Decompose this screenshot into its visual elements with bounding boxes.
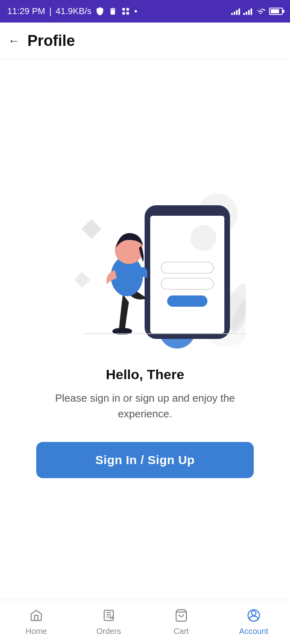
login-illustration [44, 182, 246, 351]
app-icon [121, 7, 130, 16]
status-bar-right [231, 7, 283, 16]
orders-icon [102, 609, 116, 624]
svg-rect-17 [167, 295, 207, 307]
svg-rect-13 [169, 206, 205, 215]
signal-icon-2 [243, 8, 252, 15]
account-icon [247, 609, 261, 624]
header: ← Profile [0, 23, 290, 60]
svg-point-14 [191, 225, 216, 251]
svg-rect-2 [122, 12, 125, 14]
cart-icon [174, 609, 188, 624]
svg-rect-9 [74, 272, 90, 288]
cart-label: Cart [174, 627, 189, 636]
svg-rect-0 [122, 8, 125, 10]
wifi-icon [255, 7, 266, 16]
illustration-wrapper [44, 182, 246, 351]
nav-item-account[interactable]: Account [218, 600, 290, 644]
svg-rect-1 [126, 8, 129, 10]
status-bar-left: 11:29 PM | 41.9KB/s • [7, 6, 137, 17]
nav-item-cart[interactable]: Cart [145, 600, 218, 644]
bottom-nav: Home Orders Cart [0, 600, 290, 644]
home-icon [29, 609, 43, 624]
vpn-icon [95, 7, 104, 16]
svg-rect-16 [161, 278, 213, 289]
delete-icon [108, 7, 117, 16]
sub-description: Please sign in or sign up and enjoy the … [40, 390, 250, 422]
home-label: Home [25, 627, 47, 636]
network-speed: 41.9KB/s [56, 6, 91, 17]
svg-rect-3 [126, 12, 129, 14]
back-button[interactable]: ← [8, 35, 19, 47]
account-label: Account [239, 627, 268, 636]
signal-icon-1 [231, 8, 240, 15]
time-display: 11:29 PM [7, 6, 45, 17]
greeting-heading: Hello, There [106, 367, 184, 382]
speed-display: | [49, 6, 52, 17]
main-content: Hello, There Please sign in or sign up a… [0, 60, 290, 600]
page-title: Profile [27, 32, 75, 50]
svg-rect-15 [161, 262, 213, 273]
orders-label: Orders [96, 627, 121, 636]
nav-item-home[interactable]: Home [0, 600, 72, 644]
battery-icon [269, 8, 283, 15]
svg-rect-23 [104, 610, 114, 621]
status-bar: 11:29 PM | 41.9KB/s • [0, 0, 290, 23]
svg-point-25 [251, 611, 256, 615]
svg-rect-8 [81, 219, 101, 238]
nav-item-orders[interactable]: Orders [72, 600, 145, 644]
signin-button[interactable]: Sign In / Sign Up [36, 442, 254, 478]
dot-indicator: • [134, 6, 137, 17]
